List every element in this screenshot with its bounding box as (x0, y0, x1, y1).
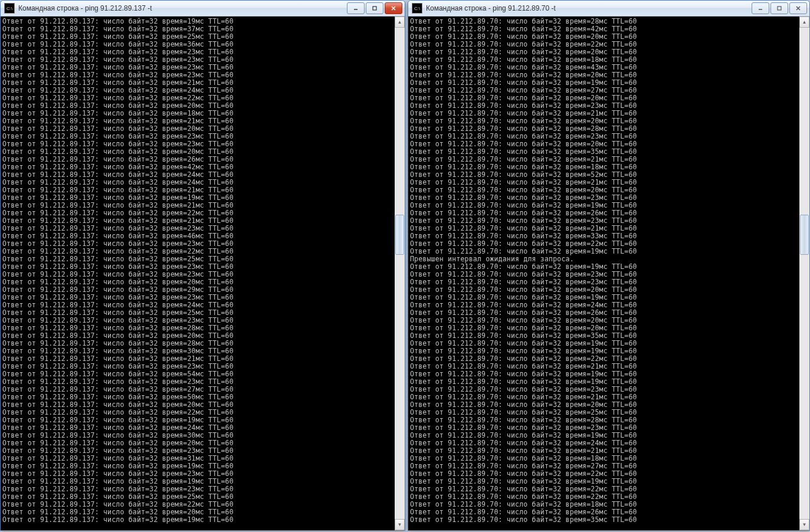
console-area: Ответ от 91.212.89.70: число байт=32 вре… (408, 17, 809, 530)
svg-rect-5 (778, 6, 781, 10)
window-title: Командная строка - ping 91.212.89.70 -t (426, 4, 752, 12)
close-button[interactable] (789, 2, 807, 14)
titlebar[interactable]: C:\ Командная строка - ping 91.212.89.70… (408, 1, 809, 17)
scroll-thumb[interactable] (800, 215, 809, 255)
scroll-track[interactable] (395, 28, 405, 519)
cmd-icon: C:\ (4, 3, 15, 14)
maximize-button[interactable] (366, 2, 383, 14)
titlebar[interactable]: C:\ Командная строка - ping 91.212.89.13… (1, 1, 405, 17)
minimize-button[interactable] (347, 2, 365, 14)
scroll-up-button[interactable]: ▲ (799, 17, 809, 28)
scroll-down-button[interactable]: ▼ (395, 519, 405, 530)
console-area: Ответ от 91.212.89.137: число байт=32 вр… (1, 17, 405, 530)
scrollbar: ▲ ▼ (799, 17, 809, 530)
console-output[interactable]: Ответ от 91.212.89.137: число байт=32 вр… (1, 17, 395, 530)
maximize-button[interactable] (770, 2, 788, 14)
console-output[interactable]: Ответ от 91.212.89.70: число байт=32 вре… (408, 17, 799, 530)
scroll-thumb[interactable] (395, 215, 404, 255)
cmd-window-right: C:\ Командная строка - ping 91.212.89.70… (408, 0, 810, 531)
cmd-window-left: C:\ Командная строка - ping 91.212.89.13… (0, 0, 405, 531)
scrollbar: ▲ ▼ (395, 17, 405, 530)
window-controls (347, 2, 402, 14)
scroll-down-button[interactable]: ▼ (799, 519, 809, 530)
scroll-track[interactable] (799, 28, 809, 519)
cmd-icon: C:\ (412, 3, 422, 14)
window-controls (752, 2, 807, 14)
svg-rect-1 (373, 6, 376, 10)
window-title: Командная строка - ping 91.212.89.137 -t (18, 4, 347, 12)
minimize-button[interactable] (752, 2, 769, 14)
close-button[interactable] (385, 2, 402, 14)
scroll-up-button[interactable]: ▲ (395, 17, 405, 28)
